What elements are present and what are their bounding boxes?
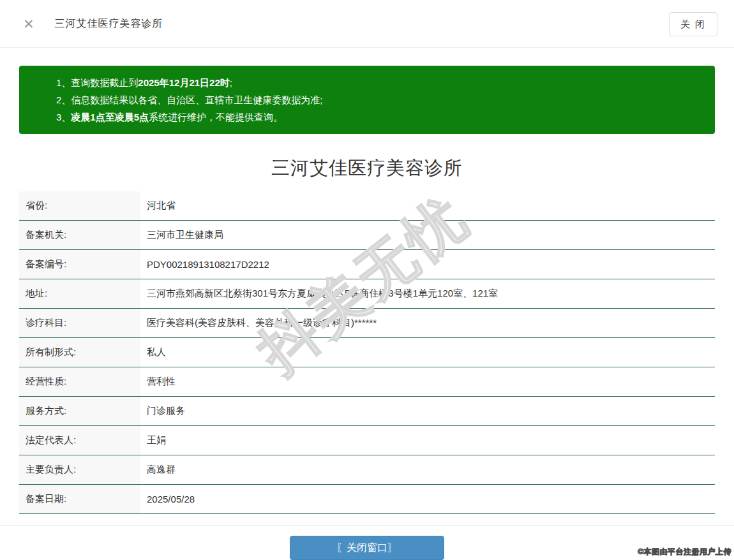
row-value: 门诊服务 (140, 397, 715, 425)
table-row-ownership-type: 所有制形式: 私人 (19, 338, 715, 367)
row-label: 主要负责人: (19, 455, 140, 484)
content-area: 1、查询数据截止到2025年12月21日22时; 2、信息数据结果以各省、自治区… (0, 66, 734, 514)
footer-bar: 〖关闭窗口〗 (0, 536, 734, 560)
row-label: 服务方式: (19, 397, 140, 425)
table-row-registry-number: 备案编号: PDY00218913108217D2212 (19, 250, 715, 279)
table-row-registry-authority: 备案机关: 三河市卫生健康局 (19, 221, 715, 250)
row-value: 三河市卫生健康局 (140, 221, 715, 249)
footer-divider (0, 525, 734, 526)
table-row-main-person-in-charge: 主要负责人: 高逸群 (19, 455, 715, 485)
notice-bold-text: 2025年12月21日22时 (138, 77, 229, 88)
row-value: 王娟 (140, 426, 715, 455)
upload-credit: ©本图由平台注册用户上传 (638, 547, 731, 557)
table-row-legal-representative: 法定代表人: 王娟 (19, 426, 715, 455)
titlebar: ✕ 三河艾佳医疗美容诊所 关 闭 (0, 0, 734, 48)
notice-line-3: 3、凌晨1点至凌晨5点系统进行维护，不能提供查询。 (56, 108, 702, 126)
notice-text: 系统进行维护，不能提供查询。 (149, 112, 283, 122)
row-label: 法定代表人: (19, 426, 140, 455)
close-icon[interactable]: ✕ (23, 17, 34, 31)
row-value: 三河市燕郊高新区北蔡街301号东方夏威夷小区5栋商住楼3号楼1单元120室、12… (140, 279, 715, 308)
row-label: 备案机关: (19, 221, 140, 249)
notice-bold-text: 凌晨1点至凌晨5点 (71, 112, 149, 122)
row-label: 诊疗科目: (19, 309, 140, 337)
info-table: 省份: 河北省 备案机关: 三河市卫生健康局 备案编号: PDY00218913… (19, 191, 715, 514)
window-title: 三河艾佳医疗美容诊所 (55, 17, 163, 31)
notice-banner: 1、查询数据截止到2025年12月21日22时; 2、信息数据结果以各省、自治区… (19, 66, 715, 134)
row-label: 经营性质: (19, 367, 140, 396)
row-value: 2025/05/28 (140, 485, 715, 513)
row-label: 省份: (19, 191, 140, 220)
notice-text: 2、信息数据结果以各省、自治区、直辖市卫生健康委数据为准; (56, 94, 323, 105)
close-button[interactable]: 关 闭 (669, 12, 717, 36)
row-value: 河北省 (140, 191, 715, 220)
row-label: 备案日期: (19, 485, 140, 513)
row-value: PDY00218913108217D2212 (140, 250, 715, 279)
row-value: 营利性 (140, 367, 715, 396)
table-row-address: 地址: 三河市燕郊高新区北蔡街301号东方夏威夷小区5栋商住楼3号楼1单元120… (19, 279, 715, 309)
notice-text: ; (230, 77, 232, 88)
row-label: 地址: (19, 279, 140, 308)
notice-line-2: 2、信息数据结果以各省、自治区、直辖市卫生健康委数据为准; (56, 91, 702, 108)
table-row-province: 省份: 河北省 (19, 191, 715, 221)
notice-text: 3、 (56, 112, 71, 122)
row-value: 私人 (140, 338, 715, 367)
notice-line-1: 1、查询数据截止到2025年12月21日22时; (56, 74, 702, 91)
table-row-treatment-subjects: 诊疗科目: 医疗美容科(美容皮肤科、美容外科一级诊疗科目)****** (19, 309, 715, 338)
table-row-service-mode: 服务方式: 门诊服务 (19, 397, 715, 426)
notice-text: 1、查询数据截止到 (56, 77, 138, 88)
row-label: 所有制形式: (19, 338, 140, 367)
page-title: 三河艾佳医疗美容诊所 (19, 156, 715, 181)
row-value: 高逸群 (140, 455, 715, 484)
table-row-operation-nature: 经营性质: 营利性 (19, 367, 715, 397)
close-window-button[interactable]: 〖关闭窗口〗 (290, 536, 444, 560)
row-value: 医疗美容科(美容皮肤科、美容外科一级诊疗科目)****** (140, 309, 715, 337)
row-label: 备案编号: (19, 250, 140, 279)
table-row-registration-date: 备案日期: 2025/05/28 (19, 485, 715, 514)
